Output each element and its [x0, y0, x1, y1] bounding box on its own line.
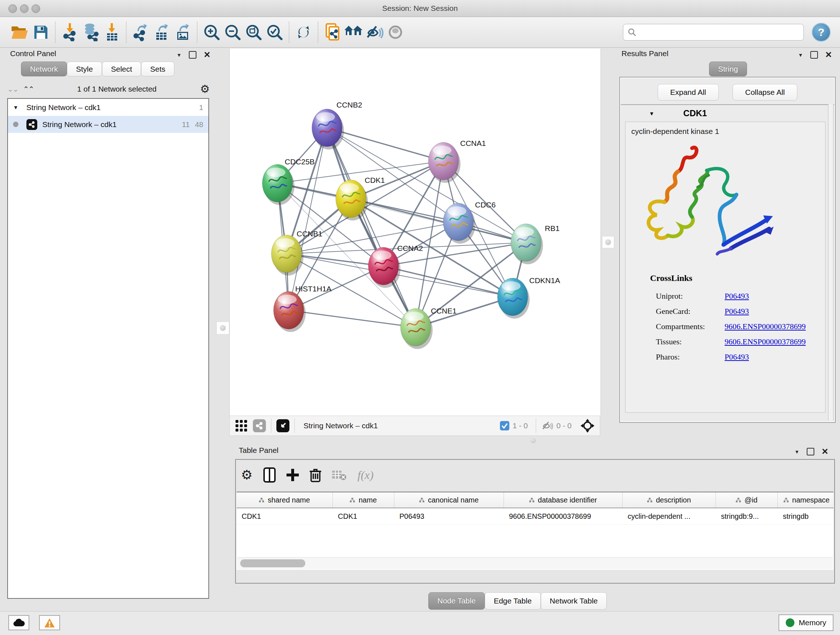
network-node-CDK1[interactable]: CDK1: [336, 176, 385, 220]
column-header-shared-name[interactable]: shared name: [237, 492, 333, 508]
node-entry-header[interactable]: ▼ CDK1: [621, 104, 834, 122]
network-collection-row[interactable]: ▼ String Network – cdk1 1: [8, 99, 208, 116]
zoom-in-icon[interactable]: [201, 21, 222, 43]
crosslink-pharos[interactable]: P06493: [725, 352, 749, 362]
import-table-file-icon[interactable]: [101, 21, 122, 43]
close-panel-icon[interactable]: ✕: [825, 50, 832, 60]
column-header-namespace[interactable]: namespace: [778, 492, 834, 508]
table-cell[interactable]: 9606.ENSP00000378699: [504, 508, 622, 524]
column-header-description[interactable]: description: [622, 492, 716, 508]
network-options-gear-icon[interactable]: ⚙: [200, 84, 210, 95]
zoom-out-icon[interactable]: [222, 21, 243, 43]
table-cell[interactable]: cyclin-dependent ...: [622, 508, 716, 524]
import-network-database-icon[interactable]: [80, 21, 101, 43]
open-session-icon[interactable]: [9, 21, 30, 43]
network-canvas[interactable]: CCNB2CCNA1CDC25BCDK1CDC6RB1CCNB1CCNA2CDK…: [229, 49, 601, 416]
tab-node-table[interactable]: Node Table: [428, 592, 485, 610]
apply-layout-icon[interactable]: [293, 21, 314, 43]
zoom-fit-icon[interactable]: [243, 21, 264, 43]
network-node-CDKN1A[interactable]: CDKN1A: [497, 276, 560, 318]
table-row[interactable]: CDK1CDK1P064939606.ENSP00000378699cyclin…: [237, 508, 834, 524]
birds-eye-view-icon[interactable]: [276, 419, 289, 432]
network-node-CDC6[interactable]: CDC6: [443, 201, 496, 244]
grid-view-icon[interactable]: [235, 419, 248, 432]
network-row[interactable]: String Network – cdk1 11 48: [8, 116, 208, 133]
table-cell[interactable]: P06493: [394, 508, 504, 524]
search-input[interactable]: [640, 28, 799, 37]
table-horizontal-scrollbar[interactable]: [237, 557, 833, 569]
create-column-icon[interactable]: [286, 469, 299, 481]
collection-expander-icon[interactable]: ▼: [13, 104, 19, 111]
results-scrollbar[interactable]: [828, 104, 834, 421]
export-table-icon[interactable]: [151, 21, 172, 43]
delete-column-icon[interactable]: [309, 468, 321, 482]
collapse-panel-icon[interactable]: ▼: [177, 52, 182, 58]
left-splitter-handle[interactable]: [216, 321, 229, 334]
network-node-HIST1H1A[interactable]: HIST1H1A: [273, 285, 332, 332]
eye-icon[interactable]: [385, 21, 406, 43]
column-header-database-identifier[interactable]: database identifier: [504, 492, 622, 508]
homes-icon[interactable]: [343, 21, 364, 43]
scrollbar-thumb[interactable]: [240, 559, 305, 567]
table-cell[interactable]: CDK1: [333, 508, 394, 524]
network-node-CCNE1[interactable]: CCNE1: [401, 307, 456, 349]
table-cell[interactable]: stringdb:9...: [716, 508, 778, 524]
float-panel-icon[interactable]: [807, 448, 814, 455]
horizontal-splitter-handle[interactable]: [529, 437, 538, 444]
table-cell[interactable]: CDK1: [237, 508, 333, 524]
column-header--id[interactable]: @id: [716, 492, 778, 508]
export-network-icon[interactable]: [130, 21, 151, 43]
collapse-panel-icon[interactable]: ▼: [798, 52, 803, 58]
entry-expander-icon[interactable]: ▼: [649, 111, 654, 117]
tab-edge-table[interactable]: Edge Table: [485, 592, 541, 610]
expand-all-networks-icon[interactable]: ⌄⌄: [7, 85, 18, 93]
tab-sets[interactable]: Sets: [141, 62, 174, 76]
save-session-icon[interactable]: [30, 21, 51, 43]
warning-status-button[interactable]: [39, 615, 60, 630]
tab-network[interactable]: Network: [21, 62, 67, 76]
expand-all-button[interactable]: Expand All: [658, 84, 719, 101]
entry-description: cyclin-dependent kinase 1: [631, 127, 719, 136]
table-options-gear-icon[interactable]: ⚙: [241, 469, 253, 481]
network-node-CCNA1[interactable]: CCNA1: [428, 139, 486, 183]
export-image-icon[interactable]: [172, 21, 193, 43]
network-node-CDC25B[interactable]: CDC25B: [262, 157, 315, 205]
table-toolbar: ⚙ f(x): [241, 463, 374, 486]
column-header-canonical-name[interactable]: canonical name: [394, 492, 504, 508]
help-icon[interactable]: ?: [812, 23, 831, 42]
eye-slash-icon[interactable]: [364, 21, 385, 43]
crosslink-tissues[interactable]: 9606.ENSP00000378699: [725, 337, 806, 347]
network-node-CCNA2[interactable]: CCNA2: [368, 244, 423, 288]
fit-selection-crosshair-icon[interactable]: [580, 418, 595, 433]
show-columns-icon[interactable]: [264, 467, 276, 483]
close-panel-icon[interactable]: ✕: [821, 447, 829, 456]
share-view-icon[interactable]: [253, 419, 266, 432]
tab-select[interactable]: Select: [102, 62, 141, 76]
float-panel-icon[interactable]: [189, 51, 196, 59]
new-network-from-selection-icon[interactable]: [322, 21, 343, 43]
cloud-status-button[interactable]: [8, 615, 29, 630]
memory-button[interactable]: Memory: [778, 614, 834, 631]
right-splitter-handle[interactable]: [602, 236, 614, 249]
selected-checkbox-icon[interactable]: [500, 421, 510, 431]
collapse-panel-icon[interactable]: ▼: [794, 449, 799, 455]
node-label-CCNA2: CCNA2: [397, 244, 423, 252]
close-panel-icon[interactable]: ✕: [204, 50, 210, 60]
network-node-CCNB2[interactable]: CCNB2: [312, 101, 362, 149]
hidden-eye-slash-icon: [541, 421, 554, 431]
tab-network-table[interactable]: Network Table: [541, 592, 607, 610]
collapse-all-button[interactable]: Collapse All: [733, 84, 798, 101]
crosslink-compartments[interactable]: 9606.ENSP00000378699: [725, 322, 806, 331]
tab-style[interactable]: Style: [67, 62, 102, 76]
collapse-all-networks-icon[interactable]: ⌃⌃: [23, 85, 34, 93]
tab-string[interactable]: String: [709, 62, 747, 76]
table-cell[interactable]: stringdb: [778, 508, 834, 524]
network-node-RB1[interactable]: RB1: [511, 224, 560, 264]
zoom-selected-icon[interactable]: [264, 21, 285, 43]
column-header-name[interactable]: name: [333, 492, 394, 508]
crosslink-genecard[interactable]: P06493: [725, 307, 749, 316]
crosslink-uniprot[interactable]: P06493: [725, 291, 749, 301]
float-panel-icon[interactable]: [810, 51, 818, 59]
import-network-file-icon[interactable]: [59, 21, 80, 43]
search-box[interactable]: [623, 24, 804, 41]
